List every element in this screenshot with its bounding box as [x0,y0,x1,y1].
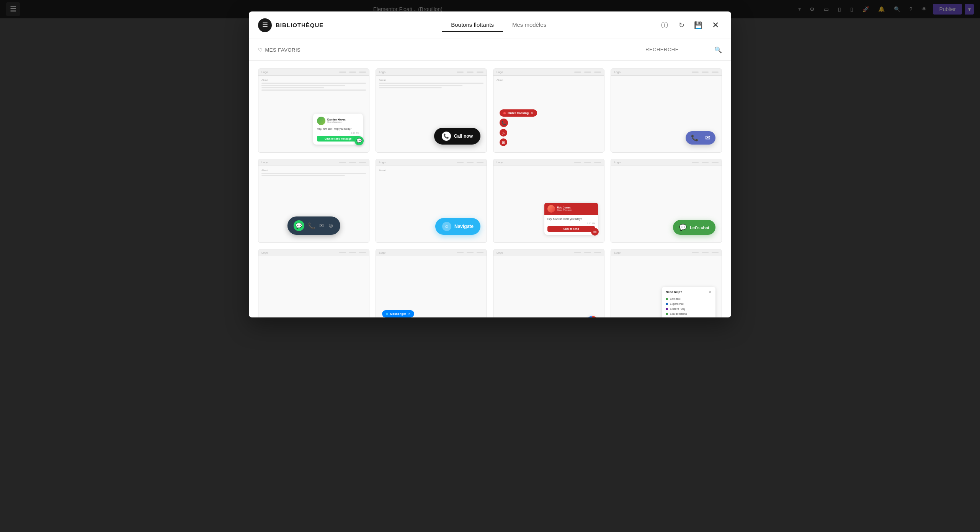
mini-nav-links [457,162,483,163]
mini-nav-link [712,72,719,73]
red-chat-fab: ✉ [591,228,599,236]
need-help-item-2: Expert chat [666,301,712,306]
mini-nav: Logo [258,69,369,76]
mini-site-5: Logo About [258,159,369,242]
info-icon-btn[interactable]: ⓘ [658,19,671,31]
red-chat-message: Hey, how can I help you today? [547,217,595,221]
mini-site-3: Logo About O [493,69,604,152]
modal-overlay: ☰ BIBLIOTHÈQUE Boutons flottants Mes mod… [0,0,980,532]
search-submit-icon[interactable]: 🔍 [714,46,722,54]
tab-mes-modeles[interactable]: Mes modèles [503,18,555,32]
mini-logo: Logo [261,71,268,73]
mini-nav-link [349,162,356,163]
messenger-x: ✕ [408,312,410,316]
templates-grid: Logo About [249,61,731,317]
favorites-link[interactable]: ♡ MES FAVORIS [258,47,301,53]
mini-line [379,83,483,84]
mini-nav-link [339,162,346,163]
search-area: 🔍 [642,45,722,54]
mini-content: About [493,76,604,86]
mini-nav-link [349,72,356,73]
mini-nav: Logo [493,249,604,256]
dot-icon [666,303,668,305]
mini-nav-link [477,252,483,253]
mini-site-7: Logo [493,159,604,242]
order-track-btn: Order tracking ✕ [500,109,537,117]
mini-about: About [261,79,366,81]
search-input[interactable] [642,45,711,54]
red-chat-avatar [547,205,555,213]
phone-icon: 📞 [691,134,699,142]
whatsapp-fab: 💬 [354,136,364,145]
need-help-item-label: Expert chat [670,303,683,305]
refresh-icon-btn[interactable]: ↻ [675,19,688,31]
template-card-3[interactable]: Logo About O [493,68,604,153]
mini-nav: Logo [493,69,604,76]
mini-nav-link [702,252,709,253]
mini-logo: Logo [614,71,621,73]
mini-nav-link [349,252,356,253]
red-chat-time: 2:20 PM [547,222,595,225]
mini-about: About [379,169,483,171]
template-card-8[interactable]: Logo 💬 Let's chat [611,159,722,243]
template-card-6[interactable]: Logo About ☺ Navigate [376,159,487,243]
grid-icon-btn: ⊞ [500,138,507,146]
close-button[interactable]: ✕ [709,19,722,32]
lets-chat-label: Let's chat [690,225,709,230]
phone-email-widget: 📞 ✉ [686,131,715,145]
mini-nav-link [477,162,483,163]
template-card-5[interactable]: Logo About [258,159,369,243]
save-icon-btn[interactable]: 💾 [692,19,704,31]
mini-site-9: Logo 📱 Chat W [258,249,369,317]
mini-nav-links [339,252,366,253]
mini-logo: Logo [614,161,621,164]
template-card-12[interactable]: Logo Need help? ✕ [611,249,722,317]
template-card-1[interactable]: Logo About [258,68,369,153]
mini-nav-link [712,162,719,163]
tab-boutons-flottants[interactable]: Boutons flottants [442,18,503,32]
smiley-icon: ☺ [328,222,334,229]
mini-line [379,87,442,88]
float-overlay-2: 📞 Call now [434,128,480,145]
mini-nav-link [359,162,366,163]
mini-logo: Logo [379,161,385,164]
float-overlay-4: 📞 ✉ [686,131,715,145]
mini-logo: Logo [497,251,503,254]
template-card-10[interactable]: Logo Messenger ✕ 📞 [376,249,487,317]
template-card-7[interactable]: Logo [493,159,604,243]
mini-nav: Logo [258,249,369,256]
mini-about: About [497,79,601,81]
mini-nav-links [339,162,366,163]
template-card-2[interactable]: Logo About [376,68,487,153]
dot-icon [666,313,668,315]
need-help-item-1: Let's talk [666,296,712,301]
mini-nav: Logo [376,249,487,256]
track-x: ✕ [531,111,533,115]
call-now-label: Call now [454,133,473,139]
mini-lines [261,83,366,91]
template-card-4[interactable]: Logo 📞 ✉ [611,68,722,153]
navigate-icon: ☺ [442,222,451,231]
mini-content: About [258,76,369,94]
mini-nav: Logo [611,249,722,256]
multicolor-fab [586,316,598,317]
template-card-11[interactable]: Logo [493,249,604,317]
order-tracking-widget: Order tracking ✕ 📞 ▷ ⊞ [500,109,537,146]
chat-cta: Click to send message [317,136,359,142]
order-track-label: Order tracking [508,111,529,115]
mini-nav-link [712,252,719,253]
mini-line [379,85,462,86]
mini-nav: Logo [611,69,722,76]
red-chat-bubble: Rob Jones Store Manager Hey, how can I h… [544,203,598,235]
modal-header: ☰ BIBLIOTHÈQUE Boutons flottants Mes mod… [249,11,731,39]
favorites-label: MES FAVORIS [265,47,301,53]
mini-nav-link [467,162,474,163]
need-help-item-label: Spa directions [670,312,687,315]
red-chat-name: Rob Jones [557,206,572,209]
mini-logo: Logo [614,251,621,254]
mini-nav-links [692,252,719,253]
template-card-9[interactable]: Logo 📱 Chat W [258,249,369,317]
mini-nav-link [594,72,601,73]
modal-toolbar: ♡ MES FAVORIS 🔍 [249,39,731,61]
mini-nav-link [584,72,591,73]
